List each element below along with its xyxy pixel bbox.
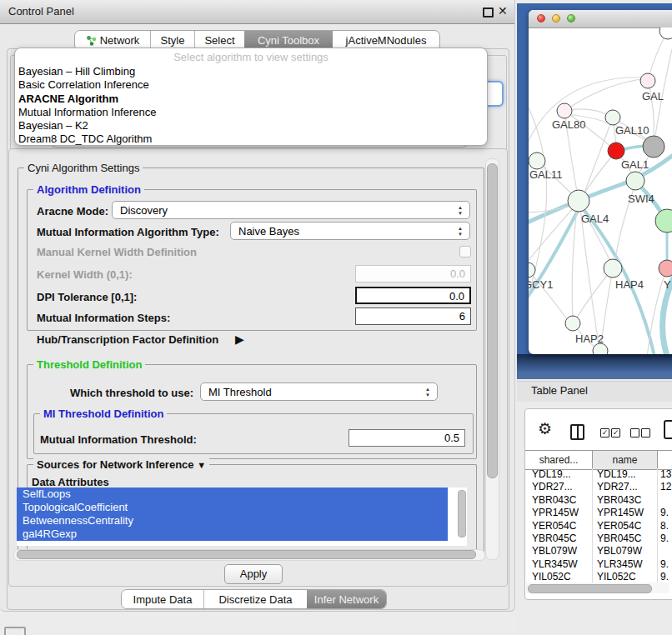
table-row[interactable]: YBL079WYBL079W [525, 545, 672, 558]
algorithm-option[interactable]: Bayesian – Hill Climbing [18, 65, 482, 78]
settings-horizontal-scrollbar-thumb[interactable] [17, 550, 476, 559]
checkbox-unchecked-icon[interactable] [630, 428, 639, 438]
algorithm-option[interactable]: Basic Correlation Inference [18, 78, 482, 92]
network-node[interactable] [626, 172, 644, 190]
network-node[interactable] [640, 73, 655, 88]
network-node[interactable] [655, 209, 672, 232]
network-node[interactable] [557, 103, 572, 118]
network-node[interactable] [568, 190, 589, 212]
checkbox-checked-icon[interactable]: ✓ [611, 428, 620, 438]
tab-impute-data[interactable]: Impute Data [122, 590, 203, 608]
node-label: GCY1 [529, 278, 553, 291]
attribute-list-item[interactable]: TopologicalCoefficient [17, 501, 448, 514]
attributes-scrollbar-thumb[interactable] [458, 490, 466, 538]
zoom-traffic-light-icon[interactable] [567, 14, 575, 22]
node-label: GAL10 [615, 124, 649, 137]
expanded-arrow-icon[interactable]: ▼ [197, 460, 206, 470]
algorithm-option[interactable]: Bayesian – K2 [18, 119, 482, 132]
attribute-list-item[interactable]: BetweennessCentrality [17, 514, 448, 528]
table-row[interactable]: YDR27...YDR27...12 [525, 481, 672, 493]
float-window-icon[interactable] [483, 8, 494, 18]
mi-steps-field[interactable]: 6 [355, 308, 471, 325]
control-panel: Control Panel ✕ gal-filtered sif default… [0, 0, 515, 612]
table-cell: 9. [658, 532, 672, 545]
network-node[interactable] [659, 28, 672, 39]
table-cell: 8. [658, 520, 672, 532]
mi-type-combobox[interactable]: Naive Bayes ▲▼ [230, 222, 470, 240]
node-label: HAP4 [615, 278, 644, 291]
table-cell: 13 [658, 468, 672, 481]
combo-value: Naive Bayes [238, 225, 299, 238]
group-title: Sources for Network Inference ▼ [33, 458, 209, 471]
mi-threshold-field[interactable]: 0.5 [349, 429, 465, 447]
network-node[interactable] [529, 152, 545, 169]
network-node[interactable] [565, 316, 580, 331]
table-row[interactable]: YBR045CYBR045C9. [525, 532, 672, 545]
manual-kernel-checkbox[interactable] [459, 246, 471, 258]
table-cell: YIL052C [525, 571, 593, 583]
network-window-titlebar[interactable] [529, 10, 672, 28]
algorithm-option[interactable]: Mutual Information Inference [18, 106, 482, 119]
table-cell: 12 [658, 481, 672, 493]
table-row[interactable]: YBR043CYBR043C [525, 494, 672, 507]
table-row[interactable]: YER054CYER054C8. [525, 520, 672, 532]
data-attributes-list[interactable]: SelfLoopsTopologicalCoefficientBetweenne… [17, 488, 467, 546]
column-header[interactable] [658, 451, 672, 469]
dpi-tolerance-field[interactable]: 0.0 [355, 287, 471, 304]
dropdown-placeholder: Select algorithm to view settings [15, 51, 487, 63]
columns-icon[interactable] [570, 424, 584, 440]
tab-infer-network[interactable]: Infer Network [307, 590, 386, 608]
checkbox-checked-icon[interactable]: ✓ [600, 428, 609, 438]
minimize-traffic-light-icon[interactable] [552, 14, 560, 22]
node-label: GAL1 [621, 158, 649, 171]
mi-type-label: Mutual Information Algorithm Type: [37, 226, 219, 238]
checkbox-unchecked-icon[interactable] [641, 428, 650, 438]
attribute-list-item[interactable]: gal4RGexp [17, 528, 448, 541]
partial-button[interactable] [4, 627, 26, 635]
screen: Control Panel ✕ gal-filtered sif default… [0, 0, 672, 635]
tab-label: Network [100, 34, 140, 47]
column-header[interactable]: shared... [525, 451, 593, 469]
table-icon[interactable] [664, 420, 672, 439]
table-row[interactable]: YLR345WYLR345W9. [525, 558, 672, 571]
network-icon [86, 35, 97, 46]
chevron-updown-icon: ▲▼ [458, 205, 463, 217]
gear-icon[interactable]: ⚙ [538, 421, 552, 437]
network-node[interactable] [593, 343, 608, 354]
close-icon[interactable]: ✕ [498, 4, 508, 18]
table-row[interactable]: YIL052CYIL052C9. [525, 571, 672, 583]
close-traffic-light-icon[interactable] [537, 14, 545, 22]
apply-button[interactable]: Apply [224, 564, 283, 584]
hub-definition-label[interactable]: Hub/Transcription Factor Definition [37, 333, 218, 346]
control-panel-titlebar[interactable]: Control Panel ✕ [0, 0, 514, 24]
collapsed-arrow-icon[interactable]: ▶ [235, 332, 244, 346]
network-node[interactable] [608, 142, 624, 159]
network-node[interactable] [643, 136, 664, 158]
tab-discretize-data[interactable]: Discretize Data [203, 590, 307, 608]
table-cell: YPR145W [593, 507, 658, 519]
network-node[interactable] [659, 260, 672, 277]
algorithm-option[interactable]: Dream8 DC_TDC Algorithm [18, 132, 482, 146]
network-node[interactable] [605, 110, 620, 125]
attribute-list-item[interactable]: SelfLoops [17, 488, 448, 501]
settings-vertical-scrollbar-thumb[interactable] [487, 163, 498, 478]
which-threshold-combobox[interactable]: MI Threshold ▲▼ [200, 382, 438, 401]
algorithm-option[interactable]: ARACNE Algorithm [18, 92, 482, 106]
algorithm-dropdown-list: Select algorithm to view settings Bayesi… [14, 48, 488, 146]
table-cell: YBL079W [525, 545, 593, 558]
node-label: GAL4 [581, 212, 609, 225]
network-edge [529, 78, 648, 152]
aracne-mode-combobox[interactable]: Discovery ▲▼ [112, 201, 470, 219]
table-row[interactable]: YPR145WYPR145W9. [525, 507, 672, 519]
table-row[interactable]: YDL19...YDL19...13 [525, 468, 672, 481]
combo-value: Discovery [120, 204, 168, 217]
table-cell: YBR043C [593, 494, 658, 507]
kernel-width-field[interactable]: 0.0 [355, 265, 471, 282]
network-edge [529, 270, 567, 319]
column-header[interactable]: name [593, 451, 658, 469]
table-cell: YER054C [525, 520, 593, 532]
table-horizontal-scrollbar-thumb[interactable] [528, 584, 652, 593]
network-canvas[interactable]: GALGAL80GAL10GAL1GAL11SWI4GAL4GCY1HAP4YH… [529, 28, 672, 354]
network-node[interactable] [604, 259, 622, 278]
table-cell: YBR043C [525, 494, 593, 507]
